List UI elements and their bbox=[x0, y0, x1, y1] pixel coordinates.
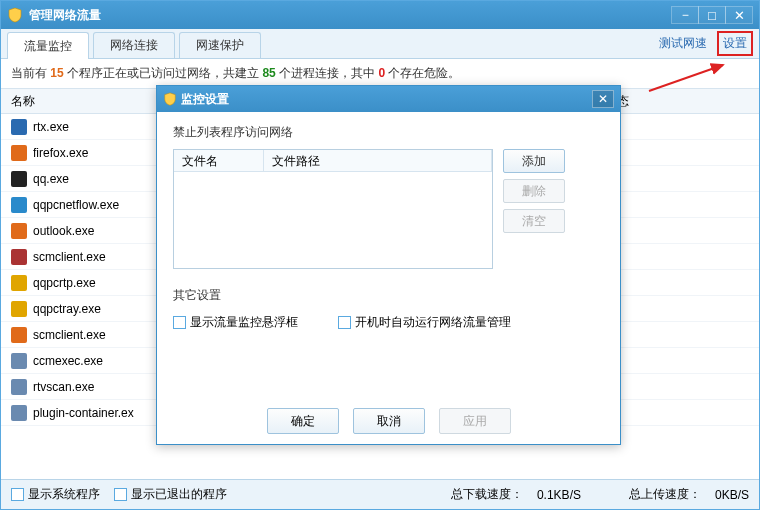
checkbox-show-system-label: 显示系统程序 bbox=[28, 486, 100, 503]
process-name: plugin-container.ex bbox=[33, 406, 134, 420]
summary-risk-count: 0 bbox=[378, 66, 385, 80]
link-settings[interactable]: 设置 bbox=[717, 31, 753, 56]
total-download-value: 0.1KB/S bbox=[537, 488, 581, 502]
app-icon bbox=[11, 119, 27, 135]
cancel-button[interactable]: 取消 bbox=[353, 408, 425, 434]
app-icon bbox=[11, 171, 27, 187]
maximize-button[interactable]: □ bbox=[698, 6, 726, 24]
link-test-speed[interactable]: 测试网速 bbox=[655, 33, 711, 54]
app-icon bbox=[11, 379, 27, 395]
window-title: 管理网络流量 bbox=[29, 7, 672, 24]
total-upload-value: 0KB/S bbox=[715, 488, 749, 502]
blocklist-grid[interactable]: 文件名 文件路径 bbox=[173, 149, 493, 269]
process-name: rtx.exe bbox=[33, 120, 69, 134]
app-icon bbox=[11, 145, 27, 161]
checkbox-show-float-label: 显示流量监控悬浮框 bbox=[190, 314, 298, 331]
total-download-label: 总下载速度： bbox=[451, 486, 523, 503]
summary-text: 当前有 15 个程序正在或已访问过网络，共建立 85 个进程连接，其中 0 个存… bbox=[1, 59, 759, 88]
status-bar: 显示系统程序 显示已退出的程序 总下载速度： 0.1KB/S 总上传速度： 0K… bbox=[1, 479, 759, 509]
process-name: rtvscan.exe bbox=[33, 380, 94, 394]
app-icon bbox=[11, 197, 27, 213]
process-name: qqpcnetflow.exe bbox=[33, 198, 119, 212]
checkbox-show-exited[interactable]: 显示已退出的程序 bbox=[114, 486, 227, 503]
app-icon bbox=[11, 327, 27, 343]
ok-button[interactable]: 确定 bbox=[267, 408, 339, 434]
grid-col-filepath: 文件路径 bbox=[264, 150, 492, 171]
app-icon bbox=[11, 405, 27, 421]
app-icon bbox=[11, 275, 27, 291]
process-name: qq.exe bbox=[33, 172, 69, 186]
section-blocklist-label: 禁止列表程序访问网络 bbox=[173, 124, 604, 141]
process-name: ccmexec.exe bbox=[33, 354, 103, 368]
checkbox-show-exited-label: 显示已退出的程序 bbox=[131, 486, 227, 503]
summary-mid1: 个程序正在或已访问过网络，共建立 bbox=[67, 66, 262, 80]
process-name: firefox.exe bbox=[33, 146, 88, 160]
dialog-titlebar: 监控设置 ✕ bbox=[157, 86, 620, 112]
grid-col-filename: 文件名 bbox=[174, 150, 264, 171]
tab-bar: 流量监控 网络连接 网速保护 测试网速 设置 bbox=[1, 29, 759, 59]
checkbox-autorun[interactable]: 开机时自动运行网络流量管理 bbox=[338, 314, 511, 331]
process-name: scmclient.exe bbox=[33, 328, 106, 342]
total-upload-label: 总上传速度： bbox=[629, 486, 701, 503]
summary-program-count: 15 bbox=[50, 66, 63, 80]
checkbox-show-float[interactable]: 显示流量监控悬浮框 bbox=[173, 314, 298, 331]
shield-icon bbox=[163, 92, 177, 106]
summary-suffix: 个存在危险。 bbox=[388, 66, 460, 80]
summary-mid2: 个进程连接，其中 bbox=[279, 66, 378, 80]
tab-speed-protect[interactable]: 网速保护 bbox=[179, 32, 261, 58]
apply-button[interactable]: 应用 bbox=[439, 408, 511, 434]
dialog-close-button[interactable]: ✕ bbox=[592, 90, 614, 108]
process-name: scmclient.exe bbox=[33, 250, 106, 264]
process-name: qqpcrtp.exe bbox=[33, 276, 96, 290]
monitor-settings-dialog: 监控设置 ✕ 禁止列表程序访问网络 文件名 文件路径 添加 删除 清空 其它设置… bbox=[156, 85, 621, 445]
app-icon bbox=[11, 223, 27, 239]
minimize-button[interactable]: － bbox=[671, 6, 699, 24]
delete-button[interactable]: 删除 bbox=[503, 179, 565, 203]
tab-traffic-monitor[interactable]: 流量监控 bbox=[7, 32, 89, 59]
process-name: qqpctray.exe bbox=[33, 302, 101, 316]
shield-icon bbox=[7, 7, 23, 23]
checkbox-show-system[interactable]: 显示系统程序 bbox=[11, 486, 100, 503]
clear-button[interactable]: 清空 bbox=[503, 209, 565, 233]
tab-network-connections[interactable]: 网络连接 bbox=[93, 32, 175, 58]
checkbox-autorun-label: 开机时自动运行网络流量管理 bbox=[355, 314, 511, 331]
dialog-title: 监控设置 bbox=[181, 91, 592, 108]
add-button[interactable]: 添加 bbox=[503, 149, 565, 173]
app-icon bbox=[11, 301, 27, 317]
close-button[interactable]: ✕ bbox=[725, 6, 753, 24]
summary-connection-count: 85 bbox=[262, 66, 275, 80]
summary-prefix: 当前有 bbox=[11, 66, 50, 80]
app-icon bbox=[11, 249, 27, 265]
window-titlebar: 管理网络流量 － □ ✕ bbox=[1, 1, 759, 29]
app-icon bbox=[11, 353, 27, 369]
process-name: outlook.exe bbox=[33, 224, 94, 238]
section-other-label: 其它设置 bbox=[173, 287, 604, 304]
